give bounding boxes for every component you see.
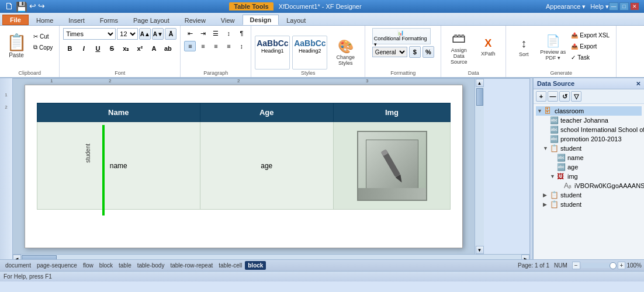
tab-home[interactable]: Home xyxy=(29,15,61,25)
bc-block-active[interactable]: block xyxy=(245,261,266,270)
list-button[interactable]: ☰ xyxy=(210,28,221,39)
zoom-in-icon[interactable]: + xyxy=(618,262,626,269)
bc-table-body[interactable]: table-body xyxy=(134,261,168,270)
copy-button[interactable]: ⧉ Copy xyxy=(30,42,56,53)
zoom-slider[interactable] xyxy=(581,263,617,268)
title-bar-icons: 🗋 💾 ↩ ↪ xyxy=(5,1,45,12)
tree-item-student[interactable]: ▼ 📋 student xyxy=(536,144,642,153)
heading1-label: Heading1 xyxy=(261,48,284,54)
cut-button[interactable]: ✂ Cut xyxy=(30,32,56,41)
tree-item-classroom[interactable]: ▼ 🗄 classroom xyxy=(536,106,642,116)
bold-button[interactable]: B xyxy=(63,43,76,54)
assign-data-source-button[interactable]: 🗃 Assign DataSource xyxy=(445,28,473,66)
cut-copy-group: ✂ Cut ⧉ Copy xyxy=(30,28,56,53)
heading1-style[interactable]: AaBbCc Heading1 xyxy=(255,36,290,69)
tab-page-layout[interactable]: Page Layout xyxy=(126,15,177,25)
export-button[interactable]: 📤 Export xyxy=(568,41,612,51)
bc-table-cell[interactable]: table-cell xyxy=(216,261,245,270)
bc-table-row-repeat[interactable]: table-row-repeat xyxy=(167,261,216,270)
scroll-right-button[interactable]: ► xyxy=(521,255,529,259)
bc-flow[interactable]: flow xyxy=(80,261,96,270)
ds-filter-button[interactable]: ▽ xyxy=(571,91,581,102)
appearance-help: Appearance ▾ Help ▾ xyxy=(546,3,609,11)
italic-button[interactable]: I xyxy=(77,43,90,54)
export-xsl-icon: 📤 xyxy=(571,32,578,39)
bc-document[interactable]: document xyxy=(2,261,34,270)
tab-forms[interactable]: Forms xyxy=(92,15,126,25)
align-left-button[interactable]: ≡ xyxy=(184,41,196,51)
align-right-button[interactable]: ≡ xyxy=(210,41,221,51)
font-color-button[interactable]: A xyxy=(147,43,160,54)
underline-button[interactable]: U xyxy=(91,43,104,54)
tab-layout[interactable]: Layout xyxy=(279,15,313,25)
justify-button[interactable]: ≡ xyxy=(223,41,234,51)
scroll-down-button[interactable]: ▼ xyxy=(476,246,484,254)
num-indicator: NUM xyxy=(554,262,567,269)
paragraph-mark-button[interactable]: ¶ xyxy=(236,28,247,39)
ds-remove-button[interactable]: — xyxy=(548,91,558,102)
scroll-up-button[interactable]: ▲ xyxy=(476,79,484,87)
bc-page-sequence[interactable]: page-sequence xyxy=(34,261,80,270)
zoom-out-icon[interactable]: − xyxy=(572,262,580,269)
breadcrumb: document page-sequence flow block table … xyxy=(2,261,266,270)
bc-block[interactable]: block xyxy=(96,261,116,270)
bc-table[interactable]: table xyxy=(116,261,134,270)
highlight-button[interactable]: ab xyxy=(161,43,174,54)
tree-item-student3[interactable]: ▶ 📋 student xyxy=(536,200,642,209)
indent-dec-button[interactable]: ⇤ xyxy=(184,28,196,39)
tab-insert[interactable]: Insert xyxy=(61,15,92,25)
paste-button[interactable]: 📋 Paste xyxy=(4,28,29,63)
ds-add-button[interactable]: + xyxy=(536,91,546,102)
help-menu[interactable]: Help ▾ xyxy=(590,3,609,11)
scroll-thumb-vertical[interactable] xyxy=(476,88,483,106)
percent-button[interactable]: % xyxy=(423,46,434,58)
tree-item-promotion[interactable]: 🔤 promotion 2010-2013 xyxy=(536,134,642,144)
indent-inc-button[interactable]: ⇥ xyxy=(197,28,209,39)
superscript-button[interactable]: x² xyxy=(133,43,146,54)
sort-button[interactable]: ↕ Sort xyxy=(510,28,538,66)
change-styles-button[interactable]: 🎨 ChangeStyles xyxy=(330,34,361,72)
scroll-thumb-horizontal[interactable] xyxy=(22,255,57,259)
vertical-scrollbar[interactable]: ▲ ▼ xyxy=(475,79,484,254)
line-spacing-button[interactable]: ↕ xyxy=(236,41,247,51)
font-shrink-button[interactable]: A▼ xyxy=(152,28,164,40)
tab-design[interactable]: Design xyxy=(243,15,279,25)
img-cell xyxy=(334,122,451,210)
heading2-style[interactable]: AaBbCc Heading2 xyxy=(292,36,327,69)
currency-button[interactable]: $ xyxy=(409,46,421,58)
tree-item-teacher[interactable]: 🔤 teacher Johanna xyxy=(536,116,642,125)
font-size-select[interactable]: 12 xyxy=(117,28,138,40)
tree-item-name[interactable]: 🔤 name xyxy=(536,153,642,162)
conditional-formatting-button[interactable]: 📊 Conditional Formatting ▾ xyxy=(372,28,431,44)
close-button[interactable]: ✕ xyxy=(630,2,639,11)
font-grow-button[interactable]: A▲ xyxy=(139,28,151,40)
preview-pdf-button[interactable]: 📄 Preview as PDF ▾ xyxy=(539,28,567,66)
subscript-button[interactable]: x₂ xyxy=(119,43,132,54)
scroll-left-button[interactable]: ◄ xyxy=(13,255,21,259)
tree-item-student2[interactable]: ▶ 📋 student xyxy=(536,190,642,200)
tree-item-img-data[interactable]: Aᵦ iVBORw0KGgoAAAANSUh xyxy=(536,181,642,190)
minimize-button[interactable]: — xyxy=(609,2,618,11)
tree-item-img[interactable]: ▼ 🖼 img xyxy=(536,172,642,181)
tree-item-school[interactable]: 🔤 school International School of Ap xyxy=(536,125,642,134)
document-canvas[interactable]: student Name Age xyxy=(13,79,475,254)
xpath-button[interactable]: X XPath xyxy=(474,28,502,66)
export-xsl-button[interactable]: 📤 Export XSL xyxy=(568,30,612,40)
tab-file[interactable]: File xyxy=(2,15,29,25)
font-family-select[interactable]: Times xyxy=(63,28,116,40)
clear-format-button[interactable]: Ā xyxy=(165,28,176,40)
ds-close-icon[interactable]: ✕ xyxy=(636,81,640,87)
horizontal-scrollbar[interactable]: ◄ ► xyxy=(13,254,529,259)
task-button[interactable]: ✓ Task xyxy=(568,53,612,62)
ds-refresh-button[interactable]: ↺ xyxy=(559,91,570,102)
number-format-select[interactable]: General xyxy=(372,47,407,57)
appearance-menu[interactable]: Appearance ▾ xyxy=(546,3,586,11)
tree-item-age[interactable]: 🔤 age xyxy=(536,162,642,172)
align-center-button[interactable]: ≡ xyxy=(197,41,209,51)
sort-para-button[interactable]: ↕ xyxy=(223,28,234,39)
tab-view[interactable]: View xyxy=(213,15,243,25)
tab-review[interactable]: Review xyxy=(177,15,213,25)
field-icon-promotion: 🔤 xyxy=(550,135,559,143)
maximize-button[interactable]: □ xyxy=(619,2,629,11)
strikethrough-button[interactable]: S xyxy=(105,43,118,54)
